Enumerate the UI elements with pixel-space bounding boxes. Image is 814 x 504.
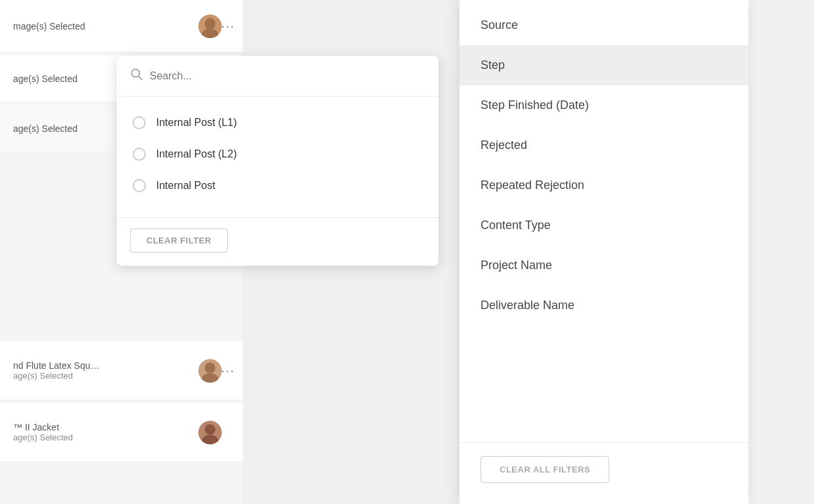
item-name: mage(s) Selected: [13, 21, 198, 32]
filter-item-repeated-rejection[interactable]: Repeated Rejection: [460, 165, 748, 205]
option-label: Internal Post (L2): [156, 148, 237, 160]
search-bar: [117, 56, 439, 96]
filter-options-list: Internal Post (L1) Internal Post (L2) In…: [117, 96, 439, 212]
clear-filter-button[interactable]: CLEAR FILTER: [130, 228, 228, 253]
radio-button[interactable]: [133, 116, 146, 129]
more-options-button[interactable]: ···: [221, 364, 235, 377]
svg-point-7: [205, 424, 215, 434]
filter-list: Source Step Step Finished (Date) Rejecte…: [460, 0, 748, 442]
left-filter-footer: CLEAR FILTER: [117, 217, 439, 266]
list-item: mage(s) Selected ···: [0, 0, 243, 52]
filter-option-internal-post-l1[interactable]: Internal Post (L1): [117, 107, 439, 138]
filter-item-deliverable-name[interactable]: Deliverable Name: [460, 285, 748, 326]
filter-item-step-finished[interactable]: Step Finished (Date): [460, 85, 748, 125]
avatar: [198, 421, 222, 444]
item-status: age(s) Selected: [13, 432, 198, 442]
step-filter-dropdown: Internal Post (L1) Internal Post (L2) In…: [117, 56, 439, 266]
search-icon: [130, 68, 143, 84]
filter-item-project-name[interactable]: Project Name: [460, 245, 748, 285]
filter-item-step[interactable]: Step: [460, 45, 748, 85]
right-filter-footer: CLEAR ALL FILTERS: [460, 442, 748, 504]
option-label: Internal Post: [156, 180, 215, 192]
filter-item-content-type[interactable]: Content Type: [460, 205, 748, 245]
filter-item-rejected[interactable]: Rejected: [460, 125, 748, 165]
filter-option-internal-post-l2[interactable]: Internal Post (L2): [117, 138, 439, 170]
svg-line-10: [139, 76, 142, 79]
right-filter-panel: Source Step Step Finished (Date) Rejecte…: [460, 0, 748, 504]
item-text: nd Flute Latex Squ… age(s) Selected: [13, 360, 198, 381]
step-search-input[interactable]: [150, 70, 425, 82]
avatar: [198, 359, 222, 383]
item-status: age(s) Selected: [13, 371, 198, 381]
list-item: ™ II Jacket age(s) Selected: [0, 403, 243, 462]
avatar: [198, 14, 222, 38]
item-text: ™ II Jacket age(s) Selected: [13, 422, 198, 442]
filter-item-source[interactable]: Source: [460, 5, 748, 45]
radio-button[interactable]: [133, 148, 146, 161]
item-text: mage(s) Selected: [13, 21, 198, 32]
item-name: nd Flute Latex Squ…: [13, 360, 198, 371]
item-name: ™ II Jacket: [13, 422, 198, 432]
option-label: Internal Post (L1): [156, 117, 237, 129]
svg-point-4: [205, 362, 215, 373]
filter-option-internal-post[interactable]: Internal Post: [117, 170, 439, 201]
radio-button[interactable]: [133, 179, 146, 192]
clear-all-filters-button[interactable]: CLEAR ALL FILTERS: [481, 456, 609, 483]
list-item: nd Flute Latex Squ… age(s) Selected ···: [0, 341, 243, 400]
more-options-button[interactable]: ···: [221, 19, 235, 33]
svg-point-1: [205, 18, 215, 30]
